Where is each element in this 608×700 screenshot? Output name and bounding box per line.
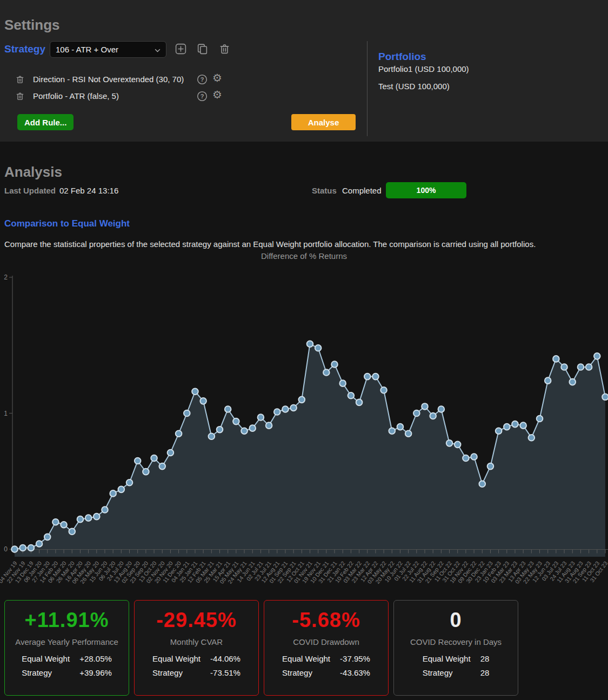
- portfolio-list: Portfolio1 (USD 100,000)Test (USD 100,00…: [378, 61, 469, 95]
- card-row-name: Equal Weight: [152, 654, 210, 663]
- data-point-marker: [151, 455, 157, 462]
- card-row: Equal Weight-44.06%: [152, 651, 240, 665]
- data-point-marker: [135, 458, 141, 464]
- card-row: Strategy-73.51%: [152, 665, 240, 679]
- data-point-marker: [569, 379, 576, 385]
- data-point-marker: [282, 406, 289, 412]
- settings-divider: [367, 41, 368, 136]
- data-point-marker: [504, 424, 510, 430]
- data-point-marker: [184, 410, 190, 417]
- card-headline-value: +11.91%: [5, 609, 129, 632]
- card-row-value: -73.51%: [210, 668, 240, 677]
- trash-icon[interactable]: [15, 91, 25, 101]
- card-row-name: Strategy: [152, 668, 210, 677]
- data-point-marker: [159, 463, 165, 470]
- gear-icon[interactable]: ⚙︎: [212, 89, 222, 100]
- data-point-marker: [405, 430, 412, 437]
- data-point-marker: [372, 374, 379, 380]
- card-row: Equal Weight+28.05%: [22, 651, 112, 665]
- chart-title: Difference of % Returns: [0, 251, 608, 261]
- rule-label: Portfolio - ATR (false, 5): [33, 91, 119, 101]
- strategy-select-value: 106 - ATR + Over: [56, 45, 118, 54]
- data-point-marker: [339, 380, 346, 386]
- data-point-marker: [471, 454, 477, 460]
- data-point-marker: [85, 515, 92, 521]
- card-metric-label: Average Yearly Performance: [5, 637, 129, 646]
- add-strategy-button[interactable]: [175, 43, 187, 55]
- progress-bar: 100%: [386, 182, 466, 198]
- data-point-marker: [602, 394, 608, 401]
- data-point-marker: [487, 463, 494, 470]
- card-row: Strategy-43.63%: [282, 665, 370, 679]
- strategy-select[interactable]: 106 - ATR + Over: [50, 41, 166, 58]
- data-point-marker: [249, 425, 256, 431]
- data-point-marker: [307, 341, 313, 347]
- card-row: Equal Weight28: [423, 651, 490, 665]
- last-updated-label: Last Updated: [4, 186, 56, 195]
- comparison-description: Compare the statistical properties of th…: [4, 239, 536, 249]
- add-rule-button[interactable]: Add Rule...: [17, 114, 74, 130]
- data-point-marker: [52, 519, 59, 525]
- rule-row: Portfolio - ATR (false, 5)?⚙︎: [0, 88, 249, 104]
- help-circle-icon[interactable]: ?: [197, 91, 208, 102]
- rules-list: Direction - RSI Not Overextended (30, 70…: [0, 71, 249, 104]
- y-tick-label: 0: [4, 545, 8, 553]
- trash-icon[interactable]: [15, 75, 25, 84]
- settings-panel: Settings Strategy 106 - ATR + Over: [0, 0, 608, 142]
- data-point-marker: [520, 422, 526, 429]
- data-point-marker: [463, 455, 469, 462]
- card-row-value: 28: [480, 668, 490, 677]
- data-point-marker: [93, 514, 100, 520]
- data-point-marker: [69, 529, 75, 535]
- status-label: Status: [312, 186, 337, 195]
- data-point-marker: [594, 353, 600, 359]
- card-row-value: +39.96%: [79, 668, 112, 677]
- data-point-marker: [397, 424, 404, 430]
- data-point-marker: [364, 374, 371, 380]
- card-row-name: Equal Weight: [282, 654, 340, 663]
- gear-icon[interactable]: ⚙︎: [212, 72, 222, 83]
- data-point-marker: [176, 430, 182, 437]
- portfolio-item[interactable]: Portfolio1 (USD 100,000): [378, 61, 469, 78]
- data-point-marker: [217, 426, 223, 433]
- card-metric-label: Monthly CVAR: [135, 637, 258, 646]
- help-circle-icon[interactable]: ?: [197, 74, 208, 85]
- card-row-name: Strategy: [423, 668, 480, 677]
- data-point-marker: [77, 516, 84, 523]
- data-point-marker: [126, 479, 133, 486]
- duplicate-strategy-button[interactable]: [196, 43, 209, 55]
- data-point-marker: [209, 433, 215, 439]
- progress-percent: 100%: [417, 186, 436, 195]
- app-root: Settings Strategy 106 - ATR + Over: [0, 0, 608, 700]
- data-point-marker: [348, 392, 355, 399]
- data-point-marker: [168, 450, 174, 456]
- analysis-title: Analysis: [4, 164, 62, 181]
- card-headline-value: -5.68%: [264, 609, 388, 632]
- stat-cards: +11.91%Average Yearly PerformanceEqual W…: [4, 600, 518, 696]
- analyse-button[interactable]: Analyse: [291, 114, 356, 130]
- portfolio-item[interactable]: Test (USD 100,000): [378, 78, 469, 95]
- data-point-marker: [356, 399, 363, 406]
- comparison-heading: Comparison to Equal Weight: [4, 218, 130, 229]
- settings-title: Settings: [4, 17, 60, 34]
- stat-card: 0COVID Recovery in DaysEqual Weight28Str…: [393, 600, 518, 696]
- card-row-value: -37.95%: [340, 654, 370, 663]
- data-point-marker: [430, 413, 436, 419]
- card-row-name: Equal Weight: [423, 654, 480, 663]
- delete-strategy-button[interactable]: [218, 43, 231, 55]
- data-point-marker: [118, 486, 125, 493]
- data-point-marker: [225, 406, 231, 412]
- strategy-label: Strategy: [4, 43, 45, 55]
- data-point-marker: [192, 388, 198, 395]
- returns-difference-chart: 01204 Nov 1922 Nov 1913 Dec 1906 Jan 202…: [0, 265, 608, 599]
- data-point-marker: [102, 506, 108, 513]
- data-point-marker: [143, 469, 149, 475]
- data-point-marker: [290, 405, 297, 411]
- y-tick-label: 2: [4, 274, 8, 281]
- data-point-marker: [233, 418, 239, 425]
- area-fill: [15, 344, 605, 557]
- data-point-marker: [413, 410, 420, 417]
- data-point-marker: [61, 522, 67, 528]
- copy-icon: [196, 49, 209, 57]
- data-point-marker: [11, 546, 18, 552]
